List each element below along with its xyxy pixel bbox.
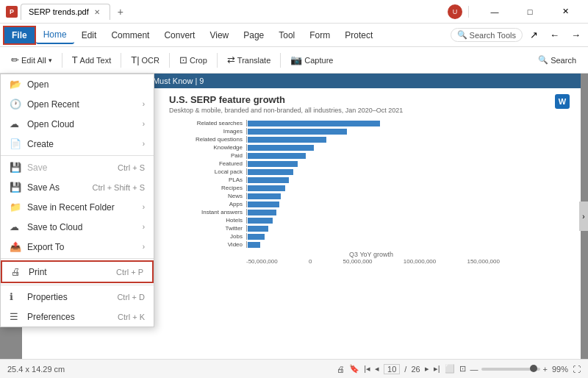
chart-bar [248, 169, 293, 175]
menu-form[interactable]: Form [302, 27, 337, 43]
properties-shortcut: Ctrl + D [117, 293, 145, 302]
save-cloud-label: Save to Cloud [27, 222, 82, 232]
nav-next[interactable]: ▸ [425, 364, 429, 374]
menu-create[interactable]: 📄 Create › [1, 134, 154, 154]
save-cloud-icon: ☁ [10, 221, 23, 232]
sep4 [217, 53, 218, 68]
page-current[interactable]: 10 [384, 364, 400, 374]
search-tools-input[interactable]: 🔍 Search Tools [451, 28, 523, 42]
ocr-btn[interactable]: T| OCR [126, 52, 165, 68]
add-text-btn[interactable]: T Add Text [67, 52, 117, 68]
chart-label: Video [169, 241, 246, 248]
dimensions-label: 25.4 x 14.29 cm [7, 365, 65, 374]
open-cloud-label: Open Cloud [27, 119, 74, 129]
minimize-btn[interactable]: — [478, 0, 512, 24]
forward-btn[interactable]: → [567, 28, 585, 42]
chart-row: Local pack [169, 168, 573, 175]
app-icon: P [6, 6, 18, 18]
file-menu-btn[interactable]: File [3, 26, 36, 45]
create-arrow: › [143, 140, 145, 148]
maximize-btn[interactable]: □ [513, 0, 547, 24]
menu-page[interactable]: Page [236, 27, 271, 43]
nav-first[interactable]: |◂ [364, 364, 370, 374]
menu-open-recent[interactable]: 🕐 Open Recent › [1, 94, 154, 114]
chart-label: Recipes [169, 185, 246, 191]
open-icon: 📂 [10, 79, 23, 90]
page-total: 26 [411, 365, 420, 374]
menu-home[interactable]: Home [36, 26, 74, 44]
chart-row: Paid [169, 152, 573, 159]
tab-close-btn[interactable]: ✕ [92, 7, 102, 17]
capture-label: Capture [304, 56, 333, 65]
chart-bar [248, 242, 260, 248]
chart-row: Apps [169, 201, 573, 207]
search-tools-label: Search Tools [470, 31, 516, 40]
close-btn[interactable]: ✕ [548, 0, 582, 24]
scroll-right-btn[interactable]: › [579, 202, 588, 231]
nav-prev[interactable]: ◂ [375, 364, 379, 374]
print-status-icon[interactable]: 🖨 [337, 365, 345, 374]
menu-save-as[interactable]: 💾 Save As Ctrl + Shift + S [1, 177, 154, 197]
chart-row: Images [169, 128, 573, 135]
menu-save: 💾 Save Ctrl + S [1, 157, 154, 177]
fit-icon[interactable]: ⊡ [459, 364, 466, 374]
menu-protect[interactable]: Protect [337, 27, 380, 43]
chart-bar [248, 153, 306, 159]
menu-comment[interactable]: Comment [104, 27, 157, 43]
menu-properties[interactable]: ℹ Properties Ctrl + D [1, 287, 154, 307]
menu-save-recent[interactable]: 📁 Save in Recent Folder › [1, 197, 154, 217]
chart-bar [248, 185, 285, 191]
preferences-label: Preferences [27, 312, 75, 322]
chart-label: Jobs [169, 233, 246, 240]
chart-row: PLAs [169, 176, 573, 183]
menu-view[interactable]: View [202, 27, 236, 43]
translate-btn[interactable]: ⇄ Translate [222, 52, 276, 68]
sep-1 [1, 155, 154, 156]
ocr-icon: T| [131, 54, 139, 65]
bookmark-status-icon[interactable]: 🔖 [349, 364, 359, 374]
zoom-out-btn[interactable]: — [470, 365, 478, 374]
sep-3 [1, 285, 154, 285]
chart-label: News [169, 193, 246, 199]
menu-export[interactable]: 📤 Export To › [1, 237, 154, 257]
chart-label: Twitter [169, 225, 246, 232]
menu-print[interactable]: 🖨 Print Ctrl + P [1, 260, 154, 283]
export-icon: 📤 [10, 241, 23, 252]
chart-bar [248, 137, 326, 143]
zoom-slider[interactable] [481, 368, 540, 371]
chart-body: Related searchesImagesRelated questionsK… [169, 120, 573, 248]
new-tab-btn[interactable]: + [113, 6, 128, 18]
chart-x-ticks: -50,000,000050,000,000100,000,000150,000… [169, 258, 573, 265]
chart-bar [248, 210, 276, 215]
active-tab[interactable]: SERP trends.pdf ✕ [21, 4, 110, 20]
menu-tool[interactable]: Tool [271, 27, 302, 43]
menu-preferences[interactable]: ☰ Preferences Ctrl + K [1, 307, 154, 327]
menu-open-cloud[interactable]: ☁ Open Cloud › [1, 114, 154, 134]
print-label: Print [29, 267, 47, 277]
share-btn[interactable]: ↗ [526, 28, 542, 42]
create-label: Create [27, 139, 54, 149]
back-btn[interactable]: ← [545, 28, 564, 42]
nav-last[interactable]: ▸| [434, 364, 440, 374]
fullscreen-btn[interactable]: ⛶ [573, 365, 581, 374]
menu-edit[interactable]: Edit [74, 27, 104, 43]
menu-convert[interactable]: Convert [157, 27, 202, 43]
save-shortcut: Ctrl + S [118, 163, 145, 172]
chart-label: Instant answers [169, 209, 246, 215]
search-btn[interactable]: 🔍 Search [532, 53, 582, 67]
menu-save-cloud[interactable]: ☁ Save to Cloud › [1, 217, 154, 237]
chart-label: Related questions [169, 136, 246, 143]
crop-label: Crop [190, 56, 207, 65]
capture-btn[interactable]: 📷 Capture [285, 52, 338, 68]
edit-all-btn[interactable]: ✏ Edit All ▾ [6, 52, 57, 68]
crop-btn[interactable]: ⊡ Crop [174, 52, 212, 68]
chart-bar [248, 121, 380, 126]
chart-title: U.S. SERP feature growth [169, 94, 573, 105]
zoom-in-btn[interactable]: + [543, 365, 548, 374]
chart-label: Related searches [169, 120, 246, 126]
print-shortcut: Ctrl + P [116, 268, 143, 277]
save-label: Save [27, 163, 47, 173]
chart-bar [248, 193, 281, 199]
menu-open[interactable]: 📂 Open [1, 74, 154, 94]
page-layout-icon[interactable]: ⬜ [445, 364, 455, 374]
